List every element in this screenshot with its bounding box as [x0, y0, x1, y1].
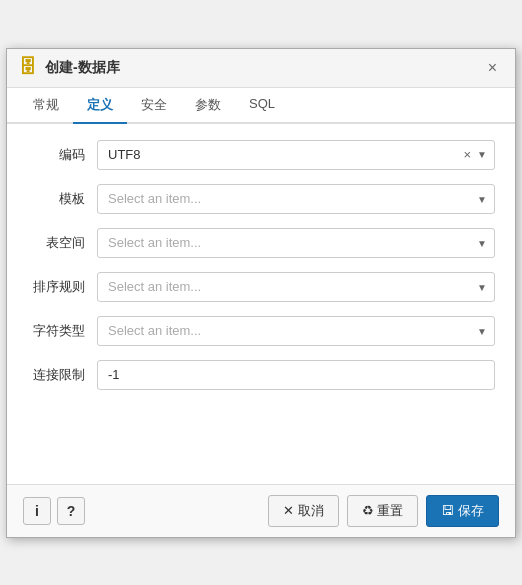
template-label: 模板: [27, 190, 97, 208]
connlimit-row: 连接限制: [27, 360, 495, 390]
save-button[interactable]: 🖫 保存: [426, 495, 499, 527]
tab-params[interactable]: 参数: [181, 88, 235, 124]
chartype-control: Select an item...: [97, 316, 495, 346]
form-body: 编码 × ▼ 模板 Select an item...: [7, 124, 515, 484]
footer-left: i ?: [23, 497, 85, 525]
template-control: Select an item...: [97, 184, 495, 214]
footer-right: ✕ 取消 ♻ 重置 🖫 保存: [268, 495, 499, 527]
reset-button[interactable]: ♻ 重置: [347, 495, 419, 527]
dialog-title-bar: 🗄 创建-数据库 ×: [7, 49, 515, 88]
help-button[interactable]: ?: [57, 497, 85, 525]
connlimit-label: 连接限制: [27, 366, 97, 384]
chartype-label: 字符类型: [27, 322, 97, 340]
tab-sql[interactable]: SQL: [235, 88, 289, 124]
tab-definition[interactable]: 定义: [73, 88, 127, 124]
template-select[interactable]: Select an item...: [97, 184, 495, 214]
template-row: 模板 Select an item...: [27, 184, 495, 214]
dialog-title: 🗄 创建-数据库: [19, 57, 120, 78]
connlimit-control: [97, 360, 495, 390]
close-button[interactable]: ×: [482, 57, 503, 79]
tab-security[interactable]: 安全: [127, 88, 181, 124]
dialog-title-text: 创建-数据库: [45, 59, 120, 77]
connlimit-input[interactable]: [97, 360, 495, 390]
database-icon: 🗄: [19, 57, 37, 78]
tablespace-select[interactable]: Select an item...: [97, 228, 495, 258]
collation-control: Select an item...: [97, 272, 495, 302]
encoding-input[interactable]: [97, 140, 495, 170]
collation-label: 排序规则: [27, 278, 97, 296]
chartype-select[interactable]: Select an item...: [97, 316, 495, 346]
collation-select[interactable]: Select an item...: [97, 272, 495, 302]
create-database-dialog: 🗄 创建-数据库 × 常规 定义 安全 参数 SQL 编码 × ▼ 模板: [6, 48, 516, 538]
collation-row: 排序规则 Select an item...: [27, 272, 495, 302]
tab-bar: 常规 定义 安全 参数 SQL: [7, 88, 515, 124]
encoding-row: 编码 × ▼: [27, 140, 495, 170]
encoding-control: × ▼: [97, 140, 495, 170]
tab-general[interactable]: 常规: [19, 88, 73, 124]
tablespace-control: Select an item...: [97, 228, 495, 258]
tablespace-label: 表空间: [27, 234, 97, 252]
cancel-button[interactable]: ✕ 取消: [268, 495, 339, 527]
encoding-clear-icon[interactable]: ×: [463, 147, 471, 162]
chartype-row: 字符类型 Select an item...: [27, 316, 495, 346]
info-button[interactable]: i: [23, 497, 51, 525]
dialog-footer: i ? ✕ 取消 ♻ 重置 🖫 保存: [7, 484, 515, 537]
encoding-arrow-icon: ▼: [477, 149, 487, 160]
encoding-label: 编码: [27, 146, 97, 164]
tablespace-row: 表空间 Select an item...: [27, 228, 495, 258]
